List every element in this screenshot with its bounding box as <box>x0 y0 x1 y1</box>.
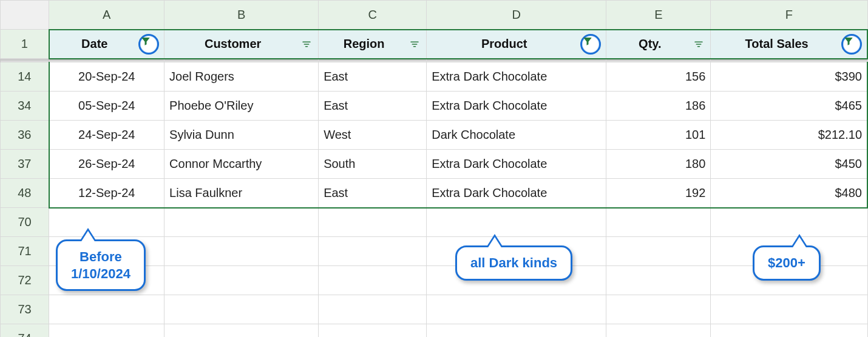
empty-cell[interactable] <box>427 208 606 237</box>
filter-lines-icon[interactable] <box>300 38 313 51</box>
header-cell-date[interactable]: Date <box>49 30 164 59</box>
empty-cell[interactable] <box>711 295 867 324</box>
empty-cell[interactable] <box>164 208 319 237</box>
column-header-row: A B C D E F <box>1 1 868 30</box>
header-cell-customer[interactable]: Customer <box>164 30 319 59</box>
cell-customer[interactable]: Lisa Faulkner <box>164 179 319 208</box>
header-label-qty: Qty. <box>611 37 688 51</box>
cell-total[interactable]: $390 <box>711 62 867 92</box>
funnel-icon[interactable] <box>580 34 601 55</box>
filter-lines-icon[interactable] <box>692 38 705 51</box>
row-header[interactable]: 37 <box>1 150 49 179</box>
empty-cell[interactable] <box>427 324 606 338</box>
row-header[interactable]: 72 <box>1 266 49 295</box>
select-all-corner[interactable] <box>1 1 49 30</box>
empty-cell[interactable] <box>606 324 711 338</box>
cell-customer[interactable]: Connor Mccarthy <box>164 150 319 179</box>
callout-text: $200+ <box>768 255 805 270</box>
cell-date[interactable]: 26-Sep-24 <box>49 150 164 179</box>
cell-customer[interactable]: Phoebe O'Riley <box>164 92 319 121</box>
cell-total[interactable]: $212.10 <box>711 121 867 150</box>
empty-row: 70 <box>1 208 868 237</box>
empty-cell[interactable] <box>49 324 164 338</box>
cell-product[interactable]: Dark Chocolate <box>427 121 606 150</box>
empty-row: 73 <box>1 295 868 324</box>
empty-cell[interactable] <box>319 266 427 295</box>
cell-region[interactable]: West <box>319 121 427 150</box>
col-header-A[interactable]: A <box>49 1 164 30</box>
funnel-icon[interactable] <box>841 34 862 55</box>
empty-cell[interactable] <box>164 266 319 295</box>
header-cell-qty[interactable]: Qty. <box>606 30 711 59</box>
cell-total[interactable]: $465 <box>711 92 867 121</box>
cell-qty[interactable]: 180 <box>606 150 711 179</box>
row-header[interactable]: 14 <box>1 62 49 92</box>
empty-cell[interactable] <box>164 324 319 338</box>
funnel-icon[interactable] <box>138 34 159 55</box>
col-header-B[interactable]: B <box>164 1 319 30</box>
row-header[interactable]: 48 <box>1 179 49 208</box>
row-header[interactable]: 74 <box>1 324 49 338</box>
table-row: 48 12-Sep-24 Lisa Faulkner East Extra Da… <box>1 179 868 208</box>
cell-date[interactable]: 24-Sep-24 <box>49 121 164 150</box>
empty-row: 74 <box>1 324 868 338</box>
cell-product[interactable]: Extra Dark Chocolate <box>427 62 606 92</box>
row-header[interactable]: 36 <box>1 121 49 150</box>
cell-region[interactable]: East <box>319 62 427 92</box>
row-header[interactable]: 71 <box>1 237 49 266</box>
empty-cell[interactable] <box>164 295 319 324</box>
cell-customer[interactable]: Sylvia Dunn <box>164 121 319 150</box>
empty-cell[interactable] <box>319 237 427 266</box>
cell-region[interactable]: East <box>319 92 427 121</box>
empty-cell[interactable] <box>427 295 606 324</box>
cell-product[interactable]: Extra Dark Chocolate <box>427 179 606 208</box>
table-header-row: 1 Date Customer Region <box>1 30 868 59</box>
row-header-1[interactable]: 1 <box>1 30 49 59</box>
cell-date[interactable]: 12-Sep-24 <box>49 179 164 208</box>
cell-region[interactable]: South <box>319 150 427 179</box>
col-header-F[interactable]: F <box>711 1 867 30</box>
header-label-region: Region <box>324 37 404 51</box>
header-label-product: Product <box>432 37 577 51</box>
cell-product[interactable]: Extra Dark Chocolate <box>427 150 606 179</box>
empty-cell[interactable] <box>49 295 164 324</box>
table-row: 14 20-Sep-24 Joel Rogers East Extra Dark… <box>1 62 868 92</box>
filter-lines-icon[interactable] <box>408 38 421 51</box>
callout-product-filter: all Dark kinds <box>455 245 572 281</box>
cell-qty[interactable]: 156 <box>606 62 711 92</box>
empty-cell[interactable] <box>711 324 867 338</box>
cell-total[interactable]: $450 <box>711 150 867 179</box>
empty-cell[interactable] <box>319 324 427 338</box>
empty-cell[interactable] <box>606 208 711 237</box>
callout-text: all Dark kinds <box>470 255 557 270</box>
cell-date[interactable]: 05-Sep-24 <box>49 92 164 121</box>
col-header-E[interactable]: E <box>606 1 711 30</box>
cell-total[interactable]: $480 <box>711 179 867 208</box>
cell-product[interactable]: Extra Dark Chocolate <box>427 92 606 121</box>
header-cell-region[interactable]: Region <box>319 30 427 59</box>
cell-qty[interactable]: 101 <box>606 121 711 150</box>
header-cell-totalsales[interactable]: Total Sales <box>711 30 867 59</box>
row-header[interactable]: 34 <box>1 92 49 121</box>
empty-cell[interactable] <box>606 266 711 295</box>
empty-cell[interactable] <box>606 295 711 324</box>
col-header-D[interactable]: D <box>427 1 606 30</box>
empty-cell[interactable] <box>606 237 711 266</box>
empty-cell[interactable] <box>49 208 164 237</box>
cell-customer[interactable]: Joel Rogers <box>164 62 319 92</box>
empty-cell[interactable] <box>164 237 319 266</box>
row-header[interactable]: 70 <box>1 208 49 237</box>
empty-cell[interactable] <box>319 295 427 324</box>
cell-date[interactable]: 20-Sep-24 <box>49 62 164 92</box>
table-row: 34 05-Sep-24 Phoebe O'Riley East Extra D… <box>1 92 868 121</box>
empty-cell[interactable] <box>319 208 427 237</box>
col-header-C[interactable]: C <box>319 1 427 30</box>
empty-cell[interactable] <box>711 208 867 237</box>
cell-qty[interactable]: 186 <box>606 92 711 121</box>
cell-region[interactable]: East <box>319 179 427 208</box>
callout-text: 1/10/2024 <box>71 266 131 281</box>
header-label-date: Date <box>55 37 135 51</box>
cell-qty[interactable]: 192 <box>606 179 711 208</box>
header-cell-product[interactable]: Product <box>427 30 606 59</box>
row-header[interactable]: 73 <box>1 295 49 324</box>
